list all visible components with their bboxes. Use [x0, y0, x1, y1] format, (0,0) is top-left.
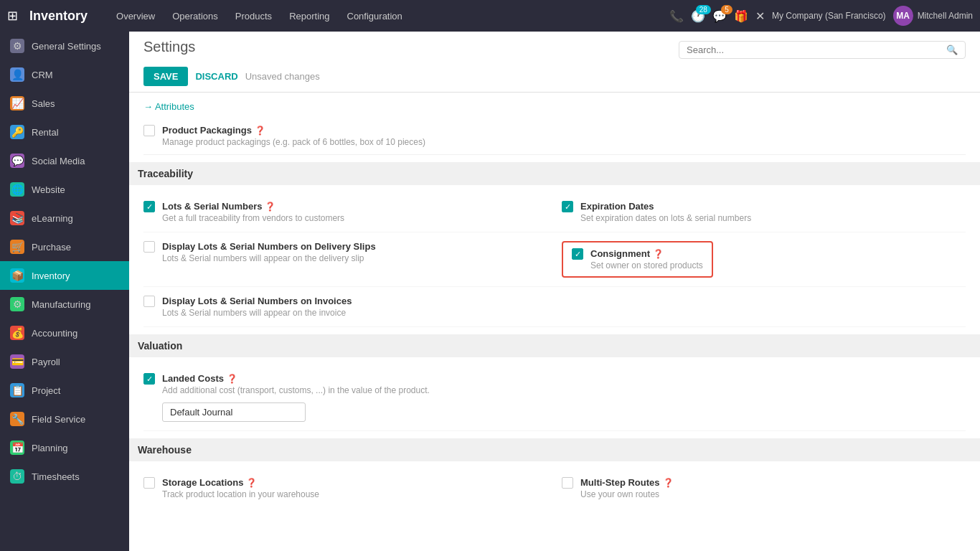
sidebar-item-website[interactable]: 🌐 Website — [0, 175, 129, 204]
grid-icon[interactable]: ⊞ — [7, 8, 18, 24]
landed-costs-help-icon[interactable]: ❓ — [227, 374, 237, 384]
expiration-dates-item: ✓ Expiration Dates Set expiration dates … — [562, 201, 966, 223]
nav-menu: Overview Operations Products Reporting C… — [109, 6, 662, 26]
default-journal-select[interactable]: Default Journal — [162, 402, 306, 422]
display-lots-invoices-checkbox[interactable] — [143, 296, 155, 307]
traceability-section-header: Traceability — [129, 162, 980, 185]
storage-locations-desc: Track product location in your warehouse — [162, 489, 319, 499]
valuation-title: Valuation — [138, 340, 182, 352]
consignment-desc: Set owner on stored products — [590, 260, 703, 270]
display-lots-delivery-desc: Lots & Serial numbers will appear on the… — [162, 253, 376, 263]
activity-icon[interactable]: 🕐 28 — [691, 9, 705, 23]
sidebar-item-planning[interactable]: 📅 Planning — [0, 433, 129, 462]
storage-locations-help-icon[interactable]: ❓ — [246, 478, 257, 488]
sidebar-label-manufacturing: Manufacturing — [32, 299, 90, 310]
nav-operations[interactable]: Operations — [165, 6, 225, 26]
app-title: Inventory — [29, 9, 88, 24]
sidebar-label-general-settings: General Settings — [32, 41, 101, 52]
nav-reporting[interactable]: Reporting — [282, 6, 336, 26]
social-media-icon: 💬 — [10, 154, 24, 168]
accounting-icon: 💰 — [10, 326, 24, 340]
display-lots-invoices-desc: Lots & Serial numbers will appear on the… — [162, 308, 352, 318]
sidebar-item-general-settings[interactable]: ⚙ General Settings — [0, 32, 129, 60]
top-navigation: ⊞ Inventory Overview Operations Products… — [0, 0, 980, 32]
lots-serial-item: ✓ Lots & Serial Numbers ❓ Get a full tra… — [143, 201, 547, 223]
traceability-row-3-right — [562, 296, 966, 318]
sidebar-item-project[interactable]: 📋 Project — [0, 376, 129, 405]
warehouse-section-header: Warehouse — [129, 438, 980, 461]
purchase-icon: 🛒 — [10, 240, 24, 254]
consignment-help-icon[interactable]: ❓ — [653, 249, 664, 259]
consignment-checkbox[interactable]: ✓ — [572, 248, 583, 260]
lots-serial-desc: Get a full traceability from vendors to … — [162, 213, 344, 223]
sidebar-item-inventory[interactable]: 📦 Inventory — [0, 261, 129, 290]
lots-serial-help-icon[interactable]: ❓ — [265, 202, 275, 212]
sidebar-item-social-media[interactable]: 💬 Social Media — [0, 146, 129, 175]
consignment-label: Consignment — [590, 248, 650, 259]
nav-overview[interactable]: Overview — [109, 6, 162, 26]
sidebar-item-rental[interactable]: 🔑 Rental — [0, 118, 129, 146]
gift-icon[interactable]: 🎁 — [734, 9, 748, 23]
nav-configuration[interactable]: Configuration — [340, 6, 410, 26]
display-lots-delivery-label: Display Lots & Serial Numbers on Deliver… — [162, 241, 376, 252]
main-content: Settings 🔍 SAVE DISCARD Unsaved changes … — [129, 32, 980, 551]
multi-step-routes-checkbox[interactable] — [562, 477, 573, 489]
product-packagings-label: Product Packagings — [162, 125, 252, 136]
display-lots-delivery-checkbox[interactable] — [143, 241, 155, 253]
sidebar-label-purchase: Purchase — [32, 242, 71, 253]
sidebar-label-accounting: Accounting — [32, 328, 77, 339]
expiration-dates-desc: Set expiration dates on lots & serial nu… — [580, 213, 751, 223]
product-packagings-help-icon[interactable]: ❓ — [255, 126, 265, 136]
multi-step-routes-item: Multi-Step Routes ❓ Use your own routes — [562, 477, 966, 499]
consignment-container: ✓ Consignment ❓ Set owner on stored prod… — [562, 241, 966, 278]
user-name: Mitchell Admin — [918, 11, 973, 21]
phone-icon[interactable]: 📞 — [669, 9, 684, 23]
nav-products[interactable]: Products — [228, 6, 279, 26]
elearning-icon: 📚 — [10, 211, 24, 225]
traceability-row-2: Display Lots & Serial Numbers on Deliver… — [143, 232, 966, 287]
content-inner: → Attributes Product Packagings ❓ Manage… — [129, 93, 980, 522]
product-packagings-row: Product Packagings ❓ Manage product pack… — [143, 118, 966, 155]
user-menu[interactable]: MA Mitchell Admin — [893, 6, 973, 26]
sidebar-item-manufacturing[interactable]: ⚙ Manufacturing — [0, 290, 129, 319]
storage-locations-item: Storage Locations ❓ Track product locati… — [143, 477, 547, 499]
attributes-link[interactable]: → Attributes — [143, 93, 966, 118]
storage-locations-checkbox[interactable] — [143, 477, 155, 489]
landed-costs-desc: Add additional cost (transport, customs,… — [162, 385, 430, 395]
company-name: My Company (San Francisco) — [772, 11, 886, 21]
sidebar-item-field-service[interactable]: 🔧 Field Service — [0, 405, 129, 433]
sidebar-item-payroll[interactable]: 💳 Payroll — [0, 347, 129, 376]
sidebar-label-rental: Rental — [32, 127, 59, 138]
message-icon[interactable]: 💬 5 — [712, 9, 727, 23]
product-packagings-content: Product Packagings ❓ Manage product pack… — [162, 125, 425, 147]
landed-costs-checkbox[interactable]: ✓ — [143, 373, 155, 385]
search-input[interactable] — [687, 44, 941, 55]
sidebar-item-accounting[interactable]: 💰 Accounting — [0, 319, 129, 347]
sales-icon: 📈 — [10, 96, 24, 110]
sidebar-item-elearning[interactable]: 📚 eLearning — [0, 204, 129, 232]
toolbar: SAVE DISCARD Unsaved changes — [143, 67, 966, 86]
lots-serial-checkbox[interactable]: ✓ — [143, 201, 155, 212]
manufacturing-icon: ⚙ — [10, 297, 24, 311]
display-lots-delivery-item: Display Lots & Serial Numbers on Deliver… — [143, 241, 547, 278]
unsaved-changes-label: Unsaved changes — [245, 71, 320, 82]
sidebar-item-purchase[interactable]: 🛒 Purchase — [0, 232, 129, 261]
sidebar-item-sales[interactable]: 📈 Sales — [0, 89, 129, 118]
sidebar-item-timesheets[interactable]: ⏱ Timesheets — [0, 462, 129, 491]
product-packagings-checkbox[interactable] — [143, 125, 155, 136]
save-button[interactable]: SAVE — [143, 67, 188, 86]
sidebar-label-website: Website — [32, 184, 65, 195]
traceability-row-1: ✓ Lots & Serial Numbers ❓ Get a full tra… — [143, 192, 966, 232]
message-badge: 5 — [721, 5, 732, 14]
landed-costs-label: Landed Costs — [162, 373, 224, 384]
multi-step-routes-label: Multi-Step Routes — [580, 477, 660, 488]
close-icon[interactable]: ✕ — [755, 9, 765, 23]
multi-step-routes-help-icon[interactable]: ❓ — [663, 478, 674, 488]
sidebar-item-crm[interactable]: 👤 CRM — [0, 60, 129, 89]
website-icon: 🌐 — [10, 182, 24, 197]
planning-icon: 📅 — [10, 441, 24, 455]
discard-button[interactable]: DISCARD — [195, 71, 237, 82]
traceability-row-3: Display Lots & Serial Numbers on Invoice… — [143, 287, 966, 327]
expiration-dates-checkbox[interactable]: ✓ — [562, 201, 573, 212]
activity-badge: 28 — [696, 5, 711, 14]
